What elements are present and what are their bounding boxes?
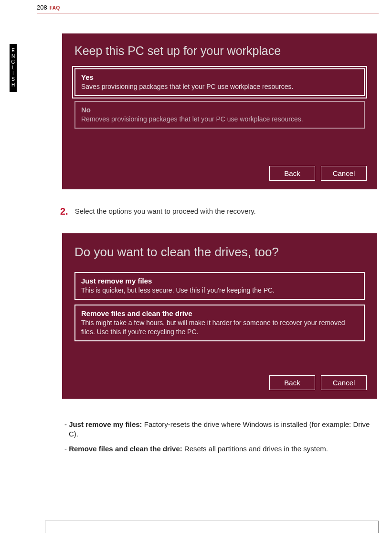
option-b-desc: This might take a few hours, but will ma… (81, 318, 358, 337)
bullet-list: - Just remove my files: Factory-resets t… (62, 420, 373, 454)
option-a-desc: This is quicker, but less secure. Use th… (81, 286, 358, 295)
option-yes-title: Yes (81, 73, 358, 81)
screenshot-clean-drives: Do you want to clean the drives, too? Ju… (62, 233, 377, 399)
page-section: FAQ (50, 5, 60, 11)
content-area: Keep this PC set up for your workplace Y… (62, 33, 373, 458)
bullet-1-label: Just remove my files: (69, 420, 142, 428)
cancel-button[interactable]: Cancel (321, 166, 367, 181)
option-b-title: Remove files and clean the drive (81, 309, 358, 317)
button-row: Back Cancel (269, 166, 367, 181)
step-2: 2. Select the options you want to procee… (60, 207, 373, 216)
footer-frame (45, 521, 379, 533)
bullet-1: - Just remove my files: Factory-resets t… (62, 420, 373, 439)
bullet-2-label: Remove files and clean the drive: (69, 445, 182, 453)
page-number: 208 (37, 4, 47, 11)
option-yes[interactable]: Yes Saves provisioning packages that let… (74, 68, 365, 96)
screenshot-workplace-setup: Keep this PC set up for your workplace Y… (62, 33, 377, 189)
back-button[interactable]: Back (269, 375, 315, 390)
option-just-remove[interactable]: Just remove my files This is quicker, bu… (74, 272, 365, 300)
bullet-2-text: Resets all partitions and drives in the … (182, 445, 328, 453)
step-text: Select the options you want to proceed w… (75, 207, 256, 215)
step-number: 2. (60, 207, 68, 216)
bullet-2: - Remove files and clean the drive: Rese… (62, 444, 373, 454)
back-button[interactable]: Back (269, 166, 315, 181)
option-no[interactable]: No Removes provisioning packages that le… (74, 101, 365, 129)
page-header: 208 FAQ (37, 4, 379, 13)
option-a-title: Just remove my files (81, 277, 358, 285)
dialog-title: Keep this PC set up for your workplace (74, 44, 365, 58)
dialog-title: Do you want to clean the drives, too? (74, 245, 365, 260)
option-no-title: No (81, 106, 358, 114)
language-tab: ENGLISH (10, 44, 17, 92)
option-no-desc: Removes provisioning packages that let y… (81, 115, 358, 124)
option-yes-desc: Saves provisioning packages that let you… (81, 82, 358, 91)
cancel-button[interactable]: Cancel (321, 375, 367, 390)
button-row: Back Cancel (269, 375, 367, 390)
option-clean-drive[interactable]: Remove files and clean the drive This mi… (74, 305, 365, 341)
